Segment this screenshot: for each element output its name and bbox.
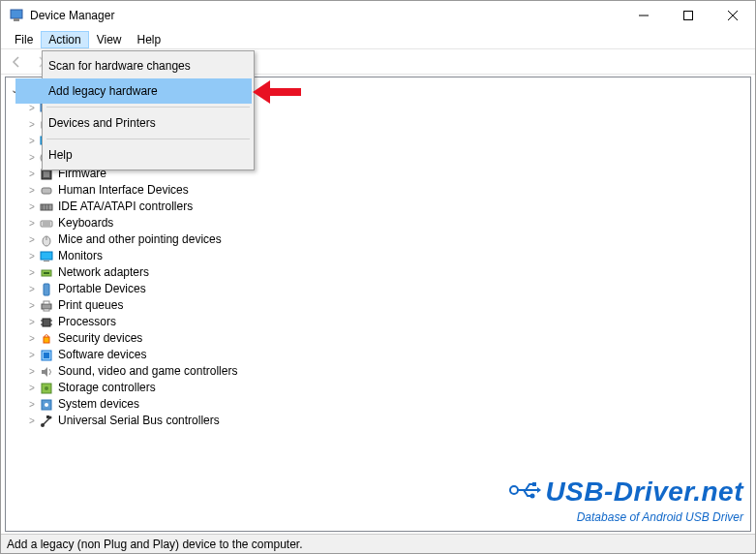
svg-rect-0 [11, 10, 22, 18]
svg-rect-55 [46, 416, 49, 418]
caret-right-icon: > [27, 413, 37, 429]
menu-separator [46, 138, 250, 139]
caret-right-icon: > [27, 347, 37, 363]
system-icon [39, 397, 54, 413]
usb-icon [39, 414, 54, 429]
app-icon [9, 8, 24, 23]
caret-right-icon: > [27, 297, 37, 314]
statusbar: Add a legacy (non Plug and Play) device … [1, 534, 755, 553]
svg-rect-33 [44, 261, 49, 262]
tree-node[interactable]: >Storage controllers [10, 380, 746, 396]
tree-node[interactable]: >Human Interface Devices [10, 182, 746, 199]
tree-node[interactable]: >Print queues [10, 297, 746, 314]
tree-node[interactable]: >Universal Serial Bus controllers [10, 413, 746, 429]
monitor-icon [39, 249, 54, 264]
tree-node-label: Print queues [58, 297, 123, 314]
tree-node-label: System devices [58, 396, 139, 413]
tree-node-label: Mice and other pointing devices [58, 231, 222, 248]
svg-rect-37 [42, 304, 51, 309]
svg-rect-36 [44, 284, 49, 295]
svg-rect-38 [44, 301, 49, 304]
caret-right-icon: > [27, 396, 37, 413]
svg-rect-21 [44, 171, 49, 177]
svg-rect-47 [44, 353, 49, 358]
svg-line-53 [43, 417, 50, 425]
menubar: File Action View Help [1, 30, 755, 49]
mouse-icon [39, 232, 54, 248]
statusbar-text: Add a legacy (non Plug and Play) device … [7, 538, 303, 551]
menu-separator [46, 107, 250, 108]
tree-node-label: Processors [58, 314, 116, 330]
menu-help-item[interactable]: Help [15, 142, 252, 168]
tree-node-label: IDE ATA/ATAPI controllers [58, 199, 193, 215]
tree-node[interactable]: >Software devices [10, 347, 746, 363]
tree-node-label: Software devices [58, 347, 146, 363]
tree-node-label: Universal Serial Bus controllers [58, 413, 220, 429]
software-icon [39, 348, 54, 363]
tree-node[interactable]: >Security devices [10, 330, 746, 347]
menu-action[interactable]: Action [41, 31, 88, 48]
portable-icon [39, 282, 54, 297]
menu-scan-hardware[interactable]: Scan for hardware changes [15, 53, 252, 78]
caret-right-icon: > [27, 166, 37, 182]
svg-rect-40 [43, 319, 50, 326]
close-button[interactable] [711, 1, 755, 30]
keyboard-icon [39, 216, 54, 231]
minimize-button[interactable] [621, 1, 666, 30]
caret-right-icon: > [27, 231, 37, 248]
storage-icon [39, 381, 54, 396]
tree-node-label: Monitors [58, 248, 103, 264]
menu-help[interactable]: Help [130, 31, 169, 48]
svg-rect-32 [41, 252, 52, 260]
window-title: Device Manager [30, 9, 621, 22]
tree-node-label: Human Interface Devices [58, 182, 189, 199]
security-icon [39, 331, 54, 347]
tree-node[interactable]: >IDE ATA/ATAPI controllers [10, 199, 746, 215]
tree-node[interactable]: >Processors [10, 314, 746, 330]
svg-rect-22 [42, 188, 51, 194]
action-menu-dropdown: Scan for hardware changes Add legacy har… [42, 50, 255, 170]
caret-right-icon: > [27, 314, 37, 330]
svg-point-49 [45, 386, 48, 390]
tree-node[interactable]: >Sound, video and game controllers [10, 363, 746, 380]
caret-right-icon: > [27, 182, 37, 199]
caret-right-icon: > [27, 199, 37, 215]
caret-right-icon: > [27, 248, 37, 264]
svg-rect-39 [44, 309, 49, 311]
menu-add-legacy-hardware[interactable]: Add legacy hardware [15, 78, 252, 104]
caret-right-icon: > [27, 215, 37, 231]
cpu-icon [39, 315, 54, 330]
sound-icon [39, 364, 54, 380]
tree-node[interactable]: >System devices [10, 396, 746, 413]
tree-node-label: Sound, video and game controllers [58, 363, 237, 380]
caret-right-icon: > [27, 281, 37, 297]
svg-rect-45 [44, 337, 49, 343]
network-icon [39, 265, 54, 281]
caret-right-icon: > [27, 380, 37, 396]
tree-node-label: Keyboards [58, 215, 113, 231]
titlebar: Device Manager [1, 1, 755, 30]
tree-node-label: Security devices [58, 330, 142, 347]
tree-node[interactable]: >Network adapters [10, 264, 746, 281]
tree-node-label: Portable Devices [58, 281, 146, 297]
caret-right-icon: > [27, 363, 37, 380]
menu-devices-printers[interactable]: Devices and Printers [15, 110, 252, 136]
svg-rect-3 [684, 12, 693, 20]
annotation-arrow [253, 80, 301, 108]
tree-node[interactable]: >Mice and other pointing devices [10, 231, 746, 248]
tree-node[interactable]: >Monitors [10, 248, 746, 264]
tree-node-label: Network adapters [58, 264, 149, 281]
svg-rect-35 [44, 272, 49, 274]
menu-view[interactable]: View [89, 31, 130, 48]
ide-icon [39, 200, 54, 215]
hid-icon [39, 183, 54, 199]
tree-node-label: Storage controllers [58, 380, 156, 396]
svg-rect-1 [14, 18, 19, 21]
tree-node[interactable]: >Portable Devices [10, 281, 746, 297]
caret-right-icon: > [27, 264, 37, 281]
maximize-button[interactable] [666, 1, 711, 30]
tree-node[interactable]: >Keyboards [10, 215, 746, 231]
menu-file[interactable]: File [7, 31, 41, 48]
printer-icon [39, 298, 54, 314]
svg-point-51 [45, 403, 48, 407]
